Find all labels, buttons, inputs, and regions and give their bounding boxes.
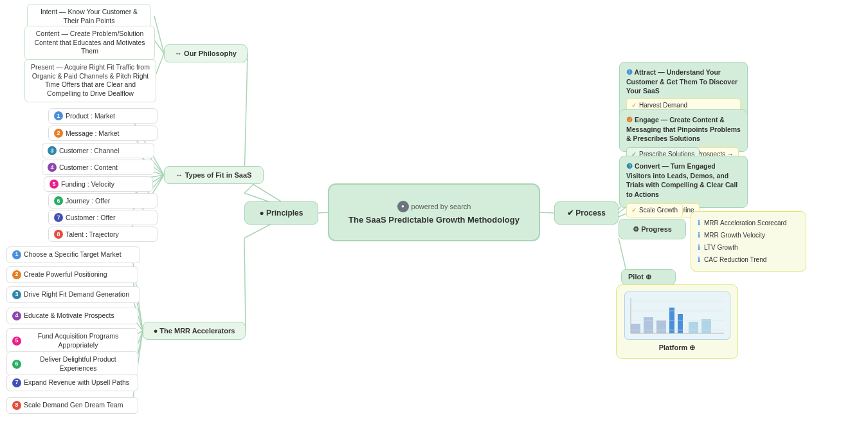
progress-icon-4: ℹ — [698, 255, 700, 264]
fit-label-4: Customer : Content — [59, 163, 118, 171]
progress-node[interactable]: ⚙ Progress — [619, 219, 686, 239]
fit-item-1: 1 Product : Market — [48, 108, 158, 124]
convert-box: ❸ Convert — Turn Engaged Visitors into L… — [619, 156, 748, 208]
principles-item-6: 6 Deliver Delightful Product Experiences — [6, 351, 138, 376]
p-label-2: Create Powerful Positioning — [24, 270, 107, 279]
principles-item-7: 7 Expand Revenue with Upsell Paths — [6, 375, 138, 391]
p-num-6: 6 — [12, 360, 21, 369]
p-num-8: 8 — [12, 401, 21, 410]
principles-node[interactable]: ● Principles — [244, 201, 318, 225]
p-num-2: 2 — [12, 270, 21, 279]
fit-item-8: 8 Talent : Trajectory — [48, 227, 158, 242]
mind-map: ● powered by search The SaaS Predictable… — [0, 0, 868, 426]
progress-label: ⚙ Progress — [633, 225, 672, 234]
mrr-accelerators-node[interactable]: ● The MRR Accelerators — [143, 322, 246, 340]
fit-num-4: 4 — [48, 163, 57, 172]
principles-item-2: 2 Create Powerful Positioning — [6, 266, 138, 283]
fit-label-2: Message : Market — [66, 129, 119, 137]
p-label-7: Expand Revenue with Upsell Paths — [24, 378, 129, 387]
engage-title: ❷ Engage — Create Content & Messaging th… — [626, 115, 741, 144]
svg-rect-36 — [678, 314, 683, 333]
sub-harvest-label: Harvest Demand — [639, 101, 687, 110]
progress-label-2: MRR Growth Velocity — [704, 232, 765, 239]
center-node: ● powered by search The SaaS Predictable… — [328, 183, 540, 241]
progress-item-1: ℹ MRR Acceleration Scorecard — [698, 217, 799, 229]
process-label: ✔ Process — [567, 208, 606, 218]
p-num-7: 7 — [12, 378, 21, 387]
progress-icon-3: ℹ — [698, 243, 700, 252]
pilot-label: Pilot ⊕ — [628, 273, 651, 281]
platform-label-span: Platform ⊕ — [659, 344, 696, 352]
p-num-3: 3 — [12, 290, 21, 299]
svg-rect-38 — [701, 319, 711, 333]
platform-card: Platform ⊕ — [616, 284, 738, 359]
attract-title: ❶ Attract — Understand Your Customer & G… — [626, 68, 741, 96]
fit-label-5: Funding : Velocity — [61, 180, 114, 188]
progress-item-4: ℹ CAC Reduction Trend — [698, 254, 799, 266]
fit-label-3: Customer : Channel — [59, 147, 119, 154]
svg-line-9 — [154, 40, 164, 53]
fit-num-5: 5 — [50, 180, 59, 189]
fit-num-2: 2 — [54, 129, 63, 138]
center-logo: ● powered by search — [397, 201, 471, 212]
mrr-accelerators-label: ● The MRR Accelerators — [154, 327, 235, 335]
philosophy-item-2-label: Content — Create Problem/Solution Conten… — [34, 30, 145, 55]
platform-screenshot — [624, 292, 730, 340]
p-num-1: 1 — [12, 250, 21, 259]
principles-item-8: 8 Scale Demand Gen Dream Team — [6, 397, 138, 414]
philosophy-item-2: Content — Create Problem/Solution Conten… — [24, 26, 155, 60]
process-node[interactable]: ✔ Process — [554, 201, 619, 225]
progress-label-4: CAC Reduction Trend — [704, 256, 766, 263]
principles-item-1: 1 Choose a Specific Target Market — [6, 246, 140, 263]
platform-label-text: Platform ⊕ — [659, 344, 696, 352]
sub-scale-label: Scale Growth — [639, 206, 678, 215]
svg-line-3 — [244, 53, 248, 179]
svg-rect-34 — [656, 320, 666, 333]
fit-label-7: Customer : Offer — [66, 214, 115, 221]
pilot-node[interactable]: Pilot ⊕ — [621, 269, 676, 285]
svg-line-31 — [619, 238, 627, 273]
fit-item-7: 7 Customer : Offer — [48, 210, 158, 225]
svg-line-0 — [318, 212, 328, 213]
principles-item-5: 5 Fund Acquisition Programs Appropriatel… — [6, 328, 138, 353]
p-label-4: Educate & Motivate Prospects — [24, 311, 114, 320]
fit-num-6: 6 — [54, 196, 63, 205]
philosophy-item-3-label: Present — Acquire Right Fit Traffic from… — [31, 63, 150, 97]
progress-item-3: ℹ LTV Growth — [698, 241, 799, 254]
svg-line-8 — [154, 16, 164, 53]
fit-num-7: 7 — [54, 213, 63, 222]
progress-container: ⚙ Progress ℹ MRR Acceleration Scorecard … — [619, 219, 686, 239]
types-of-fit-label: ↔ Types of Fit in SaaS — [176, 171, 252, 179]
types-of-fit-node[interactable]: ↔ Types of Fit in SaaS — [164, 166, 264, 184]
fit-item-4: 4 Customer : Content — [42, 160, 154, 175]
fit-item-6: 6 Journey : Offer — [48, 193, 158, 208]
fit-item-5: 5 Funding : Velocity — [44, 176, 153, 192]
fit-num-8: 8 — [54, 230, 63, 239]
philosophy-item-1-label: Intent — Know Your Customer & Their Pain… — [41, 8, 138, 24]
progress-label-1: MRR Acceleration Scorecard — [704, 219, 786, 227]
logo-text: powered by search — [411, 203, 471, 210]
our-philosophy-node[interactable]: ↔ Our Philosophy — [164, 44, 248, 62]
svg-line-1 — [540, 212, 554, 213]
p-label-5: Fund Acquisition Programs Appropriately — [24, 332, 132, 349]
fit-label-1: Product : Market — [66, 112, 115, 120]
svg-rect-37 — [689, 322, 698, 333]
fit-num-3: 3 — [48, 146, 57, 155]
fit-item-2: 2 Message : Market — [48, 125, 158, 141]
svg-rect-32 — [631, 324, 640, 333]
p-label-6: Deliver Delightful Product Experiences — [24, 355, 132, 373]
our-philosophy-label: ↔ Our Philosophy — [175, 50, 237, 57]
svg-rect-33 — [644, 317, 653, 333]
fit-label-8: Talent : Trajectory — [66, 230, 119, 238]
sub-scale: ✓ Scale Growth — [626, 203, 683, 218]
progress-icon-2: ℹ — [698, 231, 700, 239]
engage-box: ❷ Engage — Create Content & Messaging th… — [619, 109, 748, 152]
p-label-3: Drive Right Fit Demand Generation — [24, 290, 129, 299]
progress-items-panel: ℹ MRR Acceleration Scorecard ℹ MRR Growt… — [691, 211, 806, 272]
p-num-4: 4 — [12, 311, 21, 320]
progress-item-2: ℹ MRR Growth Velocity — [698, 229, 799, 241]
principles-item-4: 4 Educate & Motivate Prospects — [6, 308, 138, 324]
platform-chart-svg — [628, 295, 727, 337]
svg-line-7 — [244, 238, 246, 331]
progress-label-3: LTV Growth — [704, 244, 738, 251]
